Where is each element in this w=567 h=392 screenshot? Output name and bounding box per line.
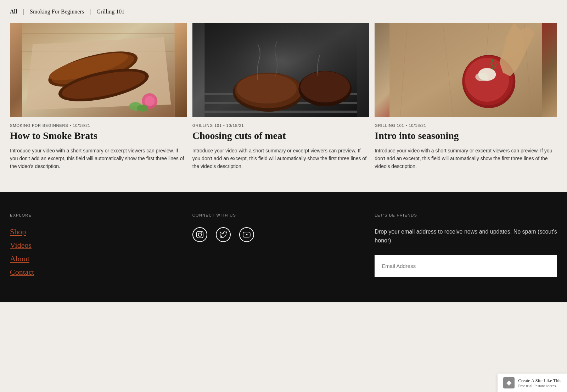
svg-point-12 <box>145 96 155 106</box>
card-2-excerpt: Introduce your video with a short summar… <box>192 147 369 170</box>
card-3-title[interactable]: Intro into seasoning <box>375 130 557 142</box>
cards-grid: SMOKING FOR BEGINNERS • 10/18/21 How to … <box>0 23 567 192</box>
svg-marker-39 <box>246 234 248 236</box>
twitter-icon[interactable] <box>216 227 231 242</box>
friends-title: LET'S BE FRIENDS <box>375 213 557 217</box>
email-input[interactable] <box>375 255 557 277</box>
nav-videos[interactable]: Videos <box>10 241 192 250</box>
filter-smoking[interactable]: Smoking For Beginners <box>30 9 84 15</box>
card-2-meta: GRILLING 101 • 10/18/21 <box>192 123 369 128</box>
nav-shop[interactable]: Shop <box>10 227 192 236</box>
footer-connect: CONNECT WITH US <box>192 213 375 281</box>
card-1-excerpt: Introduce your video with a short summar… <box>10 147 187 170</box>
filter-bar: All | Smoking For Beginners | Grilling 1… <box>0 0 567 23</box>
card-3-image <box>375 23 557 117</box>
card-2[interactable]: GRILLING 101 • 10/18/21 Choosing cuts of… <box>192 23 375 170</box>
footer: EXPLORE Shop Videos About Contact CONNEC… <box>0 192 567 302</box>
explore-title: EXPLORE <box>10 213 192 217</box>
connect-title: CONNECT WITH US <box>192 213 375 217</box>
friends-description: Drop your email address to receive news … <box>375 227 557 245</box>
social-icons <box>192 227 375 242</box>
card-1-meta: SMOKING FOR BEGINNERS • 10/18/21 <box>10 123 187 128</box>
filter-sep-1: | <box>23 8 24 15</box>
svg-point-35 <box>476 73 488 81</box>
nav-about[interactable]: About <box>10 254 192 263</box>
svg-rect-36 <box>196 231 203 238</box>
footer-explore: EXPLORE Shop Videos About Contact <box>10 213 192 281</box>
filter-all[interactable]: All <box>10 9 17 15</box>
filter-grilling[interactable]: Grilling 101 <box>97 9 125 15</box>
svg-point-37 <box>198 233 201 236</box>
card-1-image <box>10 23 187 117</box>
svg-point-38 <box>201 232 202 233</box>
card-1[interactable]: SMOKING FOR BEGINNERS • 10/18/21 How to … <box>10 23 192 170</box>
svg-point-14 <box>137 105 148 112</box>
card-1-title[interactable]: How to Smoke Brats <box>10 130 187 142</box>
card-2-image <box>192 23 369 117</box>
instagram-icon[interactable] <box>192 227 207 242</box>
footer-friends: LET'S BE FRIENDS Drop your email address… <box>375 213 557 281</box>
card-3-excerpt: Introduce your video with a short summar… <box>375 147 557 170</box>
youtube-icon[interactable] <box>239 227 254 242</box>
svg-point-24 <box>300 71 350 102</box>
nav-contact[interactable]: Contact <box>10 268 192 277</box>
card-3-meta: GRILLING 101 • 10/18/21 <box>375 123 557 128</box>
filter-sep-2: | <box>90 8 91 15</box>
card-2-title[interactable]: Choosing cuts of meat <box>192 130 369 142</box>
svg-point-22 <box>236 74 297 103</box>
card-3[interactable]: GRILLING 101 • 10/18/21 Intro into seaso… <box>375 23 557 170</box>
